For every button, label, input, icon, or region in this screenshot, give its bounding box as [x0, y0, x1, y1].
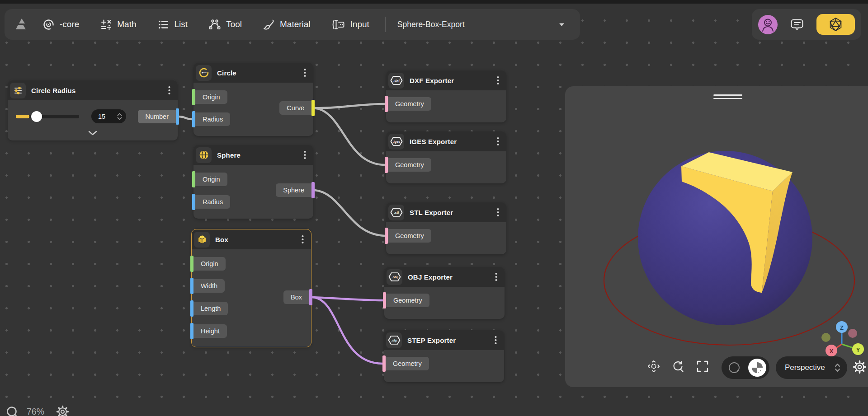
kebab-menu-icon[interactable] [495, 76, 501, 85]
wire-box-to-step[interactable] [312, 297, 382, 364]
zoom-magnifier-icon[interactable] [6, 406, 19, 416]
port-geometry[interactable]: Geometry [385, 229, 431, 243]
port-width[interactable]: Width [190, 279, 225, 293]
port-connector-width[interactable] [190, 278, 193, 294]
node-header[interactable]: Circle Radius [8, 80, 178, 100]
fit-view-icon[interactable] [697, 360, 708, 372]
slider-thumb[interactable] [31, 111, 42, 122]
projection-select[interactable]: Perspective [776, 356, 847, 379]
wire-number-to-radius[interactable] [178, 117, 192, 119]
port-connector-geometry[interactable] [385, 96, 388, 112]
expand-node-icon[interactable] [88, 129, 97, 137]
port-connector-origin[interactable] [192, 171, 195, 187]
port-connector-geometry[interactable] [383, 292, 386, 308]
port-geometry[interactable]: Geometry [385, 97, 431, 111]
stepper-up-icon[interactable] [117, 113, 122, 116]
zoom-level[interactable]: 76% [27, 407, 44, 416]
port-curve-output[interactable]: Curve [279, 101, 315, 115]
node-sphere[interactable]: Sphere Origin Radius Sphere [193, 145, 313, 219]
kebab-menu-icon[interactable] [302, 68, 308, 77]
node-header[interactable]: Box [192, 229, 311, 249]
kebab-menu-icon[interactable] [166, 86, 172, 95]
menu-item-math[interactable]: Math [100, 19, 136, 31]
node-header[interactable]: .dxf DXF Exporter [386, 70, 506, 90]
port-connector-curve[interactable] [311, 100, 315, 116]
port-geometry[interactable]: Geometry [385, 158, 431, 172]
radius-value[interactable]: 15 [98, 113, 105, 120]
node-header[interactable]: .stl STL Exporter [386, 202, 506, 222]
axis-neg-ball[interactable] [848, 329, 857, 338]
port-connector-length[interactable] [190, 300, 193, 317]
pan-zoom-icon[interactable] [648, 360, 660, 372]
node-header[interactable]: Sphere [193, 145, 313, 165]
port-connector-sphere[interactable] [311, 182, 315, 198]
port-length[interactable]: Length [190, 302, 228, 315]
port-height[interactable]: Height [190, 324, 227, 338]
3d-viewport[interactable]: Z X Y [565, 86, 868, 387]
shading-mode-toggle[interactable] [722, 356, 769, 379]
port-geometry[interactable]: Geometry [382, 357, 429, 370]
port-connector-origin[interactable] [190, 256, 193, 272]
node-step-exporter[interactable]: .stp STEP Exporter Geometry [384, 330, 504, 382]
port-sphere-output[interactable]: Sphere [276, 183, 315, 197]
port-radius[interactable]: Radius [192, 195, 230, 209]
wire-box-to-obj[interactable] [312, 297, 383, 300]
menu-item-tool[interactable]: Tool [208, 19, 242, 31]
viewport-drag-handle[interactable] [713, 94, 742, 99]
avatar[interactable] [758, 15, 778, 34]
kebab-menu-icon[interactable] [302, 150, 308, 159]
node-header[interactable]: .obj OBJ Exporter [384, 267, 505, 287]
port-connector-geometry[interactable] [382, 355, 386, 372]
axis-neg-ball[interactable] [821, 333, 830, 342]
wire-curve-to-dxf[interactable] [315, 104, 385, 108]
port-radius[interactable]: Radius [192, 112, 230, 126]
node-dxf-exporter[interactable]: .dxf DXF Exporter Geometry [386, 70, 506, 122]
port-number-output[interactable]: Number [138, 110, 179, 123]
kebab-menu-icon[interactable] [492, 336, 499, 345]
viewport-scene[interactable]: Z X Y [565, 86, 868, 387]
port-connector-origin[interactable] [192, 89, 195, 105]
rotate-view-icon[interactable] [672, 360, 684, 373]
radius-number-input[interactable]: 15 [91, 109, 126, 123]
port-origin[interactable]: Origin [190, 257, 226, 271]
kebab-menu-icon[interactable] [495, 208, 501, 217]
menu-item-input[interactable]: Input [331, 19, 369, 31]
port-origin[interactable]: Origin [192, 173, 227, 186]
geometry-library-button[interactable] [816, 14, 855, 35]
wireframe-sphere-icon[interactable] [727, 361, 741, 374]
project-selector[interactable]: Sphere-Box-Export [397, 20, 565, 29]
app-logo[interactable] [14, 17, 29, 32]
node-circle[interactable]: Circle Origin Radius Curve [193, 63, 313, 136]
port-origin[interactable]: Origin [192, 90, 227, 104]
menu-item-material[interactable]: Material [263, 19, 311, 31]
node-iges-exporter[interactable]: .iges IGES Exporter Geometry [386, 131, 506, 183]
port-connector-height[interactable] [190, 323, 193, 339]
port-connector-box[interactable] [309, 289, 312, 305]
node-header[interactable]: .stp STEP Exporter [384, 330, 504, 350]
port-connector-radius[interactable] [192, 111, 195, 127]
port-box-output[interactable]: Box [283, 290, 312, 304]
node-obj-exporter[interactable]: .obj OBJ Exporter Geometry [384, 267, 505, 319]
viewport-settings-gear-icon[interactable] [853, 360, 867, 374]
port-connector-number[interactable] [176, 108, 179, 125]
radius-slider[interactable] [16, 111, 79, 122]
node-header[interactable]: Circle [193, 63, 313, 83]
canvas-settings-gear-icon[interactable] [56, 405, 69, 416]
slider-track[interactable] [16, 115, 79, 118]
axis-gizmo[interactable]: Z X Y [821, 321, 864, 356]
chat-icon[interactable] [790, 17, 804, 32]
port-geometry[interactable]: Geometry [383, 294, 429, 307]
menu-item-core[interactable]: -core [42, 19, 79, 31]
node-circle-radius[interactable]: Circle Radius 15 Number [8, 80, 178, 140]
kebab-menu-icon[interactable] [495, 137, 501, 146]
kebab-menu-icon[interactable] [493, 272, 499, 281]
wire-curve-to-iges[interactable] [315, 108, 385, 165]
port-connector-geometry[interactable] [385, 228, 388, 244]
stepper-down-icon[interactable] [117, 117, 122, 120]
port-connector-radius[interactable] [192, 194, 195, 210]
menu-item-list[interactable]: List [157, 19, 188, 31]
node-stl-exporter[interactable]: .stl STL Exporter Geometry [386, 202, 506, 254]
node-box[interactable]: Box Origin Width Length Height Box [192, 229, 311, 347]
port-connector-geometry[interactable] [385, 157, 388, 173]
kebab-menu-icon[interactable] [299, 235, 306, 244]
